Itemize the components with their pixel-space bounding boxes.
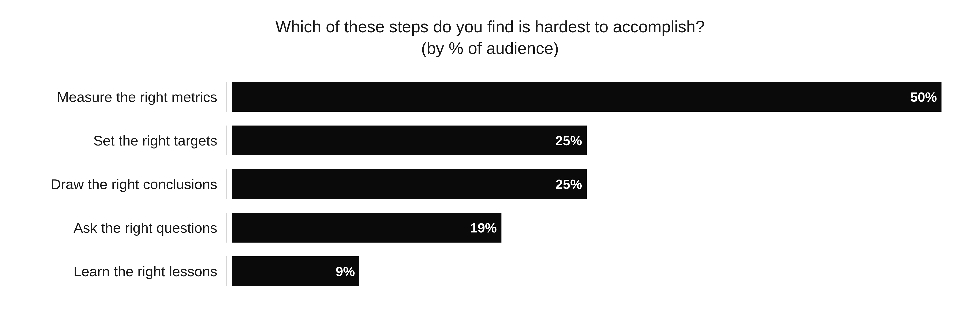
bar: 9%: [232, 256, 360, 286]
bar-value-label: 50%: [910, 89, 937, 105]
chart-title: Which of these steps do you find is hard…: [38, 16, 942, 59]
row-label: Set the right targets: [38, 132, 226, 149]
row-label: Draw the right conclusions: [38, 176, 226, 192]
chart-row: Measure the right metrics50%: [38, 82, 942, 112]
bar: 50%: [232, 82, 942, 112]
row-label: Measure the right metrics: [38, 89, 226, 105]
chart-row: Ask the right questions19%: [38, 213, 942, 243]
bar: 19%: [232, 213, 501, 243]
bar-area: 19%: [226, 213, 942, 243]
bar: 25%: [232, 169, 587, 199]
chart-row: Learn the right lessons9%: [38, 256, 942, 286]
chart-row: Draw the right conclusions25%: [38, 169, 942, 199]
bar-area: 50%: [226, 82, 942, 112]
bar-area: 25%: [226, 169, 942, 199]
chart-container: Which of these steps do you find is hard…: [20, 2, 960, 314]
chart-body: Measure the right metrics50%Set the righ…: [38, 82, 942, 300]
chart-row: Set the right targets25%: [38, 126, 942, 155]
bar-value-label: 25%: [555, 133, 582, 148]
bar-value-label: 9%: [336, 264, 355, 279]
row-label: Ask the right questions: [38, 220, 226, 236]
bar-area: 9%: [226, 256, 942, 286]
bar-value-label: 19%: [470, 220, 497, 235]
bar: 25%: [232, 126, 587, 155]
bar-area: 25%: [226, 126, 942, 155]
row-label: Learn the right lessons: [38, 263, 226, 279]
bar-value-label: 25%: [555, 177, 582, 192]
